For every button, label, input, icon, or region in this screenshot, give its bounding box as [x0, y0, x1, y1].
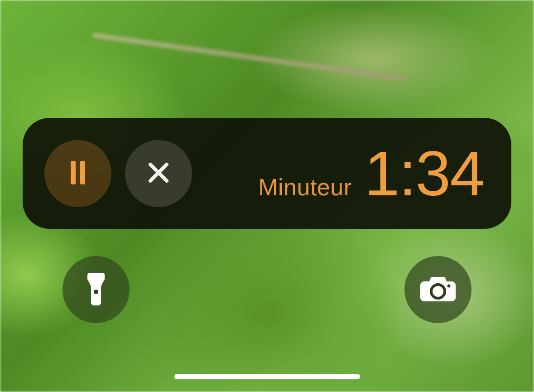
flashlight-button[interactable]	[63, 256, 130, 323]
svg-rect-0	[71, 161, 76, 184]
svg-rect-1	[80, 161, 85, 184]
camera-button[interactable]	[404, 256, 471, 323]
close-button[interactable]	[125, 140, 192, 207]
home-indicator[interactable]	[174, 374, 360, 379]
camera-icon	[420, 275, 456, 304]
svg-point-4	[447, 285, 451, 288]
timer-widget[interactable]: Minuteur 1:34	[23, 118, 511, 229]
timer-value: 1:34	[365, 142, 484, 205]
flashlight-icon	[86, 271, 106, 308]
pause-button[interactable]	[44, 140, 111, 207]
timer-label: Minuteur	[258, 174, 351, 201]
timer-text: Minuteur 1:34	[258, 142, 484, 205]
svg-point-2	[94, 290, 98, 294]
pause-icon	[69, 161, 87, 186]
close-icon	[147, 161, 170, 186]
